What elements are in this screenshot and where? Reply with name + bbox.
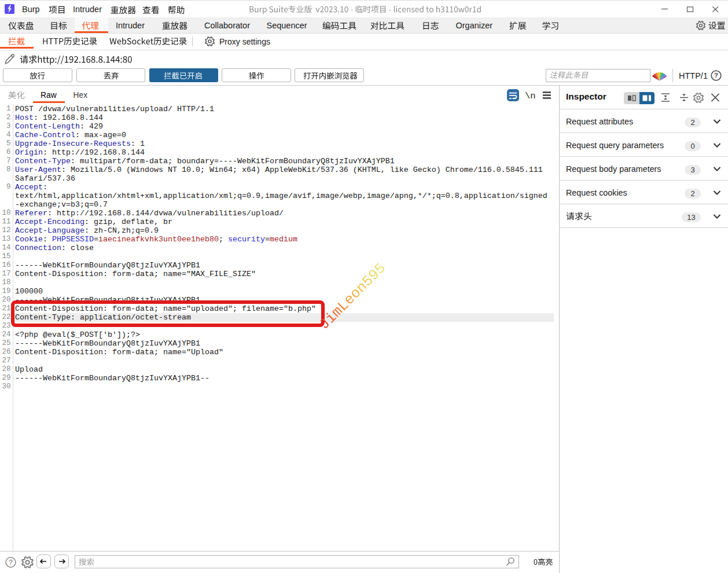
svg-text:?: ? — [714, 72, 718, 79]
svg-text:?: ? — [9, 559, 13, 567]
